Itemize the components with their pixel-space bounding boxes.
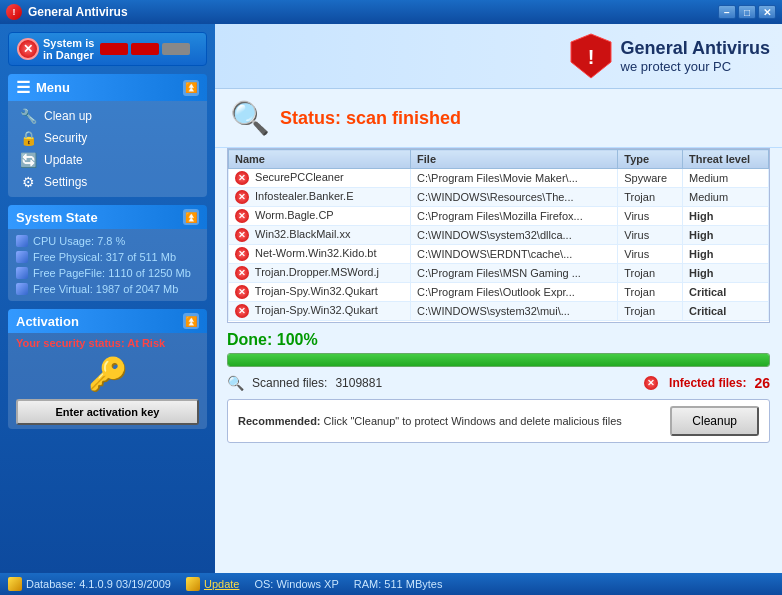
- footer-update[interactable]: Update: [186, 577, 239, 591]
- activation-body: Your security status: At Risk 🔑 Enter ac…: [8, 333, 207, 429]
- menu-label: Menu: [36, 80, 70, 95]
- key-icon: 🔑: [16, 355, 199, 393]
- content-area: ! General Antivirus we protect your PC 🔍…: [215, 24, 782, 573]
- cell-file: C:\WINDOWS\ERDNT\cache\...: [411, 245, 618, 264]
- cell-type: Trojan: [618, 188, 683, 207]
- table-row: ✕ Trojan-Spy.Win32.QukartC:\Program File…: [229, 283, 769, 302]
- cell-name: ✕ Trojan.Dropper.MSWord.j: [229, 264, 411, 283]
- minimize-button[interactable]: −: [718, 5, 736, 19]
- row-x-icon: ✕: [235, 190, 249, 204]
- cell-threat: High: [682, 226, 768, 245]
- sidebar: ✕ System is in Danger ☰ Menu ⏫ 🔧 Clean u…: [0, 24, 215, 573]
- infected-x-icon: ✕: [644, 376, 658, 390]
- danger-bar-2: [131, 43, 159, 55]
- free-virtual-row: Free Virtual: 1987 of 2047 Mb: [16, 281, 199, 297]
- activation-collapse-button[interactable]: ⏫: [183, 313, 199, 329]
- cell-name: ✕ Trojan-Spy.Win32.Qukart: [229, 283, 411, 302]
- cell-type: Virus: [618, 207, 683, 226]
- cell-threat: High: [682, 245, 768, 264]
- free-pagefile-row: Free PageFile: 1110 of 1250 Mb: [16, 265, 199, 281]
- col-name: Name: [229, 150, 411, 169]
- menu-item-update[interactable]: 🔄 Update: [16, 149, 199, 171]
- status-text: Status: scan finished: [280, 108, 461, 129]
- table-row: ✕ Net-Worm.Win32.Kido.btC:\WINDOWS\ERDNT…: [229, 245, 769, 264]
- col-file: File: [411, 150, 618, 169]
- cell-name: ✕ Worm.Bagle.CP: [229, 207, 411, 226]
- maximize-button[interactable]: □: [738, 5, 756, 19]
- cell-type: Virus: [618, 226, 683, 245]
- update-icon: 🔄: [18, 152, 38, 168]
- free-physical-label: Free Physical: 317 of 511 Mb: [33, 251, 176, 263]
- menu-item-security[interactable]: 🔒 Security: [16, 127, 199, 149]
- done-section: Done: 100%: [215, 323, 782, 371]
- svg-text:!: !: [587, 46, 594, 68]
- activation-header: Activation ⏫: [8, 309, 207, 333]
- settings-icon: ⚙: [18, 174, 38, 190]
- security-status-text: Your security status: At Risk: [16, 337, 199, 349]
- cell-name: ✕ SecurePCCleaner: [229, 169, 411, 188]
- scanned-files-row: 🔍 Scanned files: 3109881: [227, 375, 382, 391]
- menu-collapse-button[interactable]: ⏫: [183, 80, 199, 96]
- cell-name: ✕ Net-Worm.Win32.Kido.bt: [229, 245, 411, 264]
- scan-table-container[interactable]: Name File Type Threat level ✕ SecurePCCl…: [227, 148, 770, 323]
- danger-bar-3: [162, 43, 190, 55]
- table-row: ✕ Worm.Bagle.CPC:\Program Files\Mozilla …: [229, 207, 769, 226]
- infected-files-value: 26: [754, 375, 770, 391]
- system-state-label: System State: [16, 210, 98, 225]
- free-pagefile-label: Free PageFile: 1110 of 1250 Mb: [33, 267, 191, 279]
- footer-update-link[interactable]: Update: [204, 578, 239, 590]
- table-row: ✕ Infostealer.Banker.EC:\WINDOWS\Resourc…: [229, 188, 769, 207]
- footer: Database: 4.1.0.9 03/19/2009 Update OS: …: [0, 573, 782, 595]
- cpu-usage-row: CPU Usage: 7.8 %: [16, 233, 199, 249]
- recommended-prefix: Recommended:: [238, 415, 324, 427]
- row-x-icon: ✕: [235, 304, 249, 318]
- cleanup-icon: 🔧: [18, 108, 38, 124]
- row-x-icon: ✕: [235, 285, 249, 299]
- activation-button[interactable]: Enter activation key: [16, 399, 199, 425]
- menu-item-settings[interactable]: ⚙ Settings: [16, 171, 199, 193]
- table-row: ✕ Trojan-Spy.Win32.QukartC:\WINDOWS\syst…: [229, 302, 769, 321]
- system-state-collapse-button[interactable]: ⏫: [183, 209, 199, 225]
- database-text: Database: 4.1.0.9 03/19/2009: [26, 578, 171, 590]
- window-title: General Antivirus: [28, 5, 128, 19]
- danger-x-icon: ✕: [17, 38, 39, 60]
- cell-file: C:\WINDOWS\system32\mui\...: [411, 302, 618, 321]
- logo-shield-svg: !: [569, 32, 613, 80]
- free-physical-bullet: [16, 251, 28, 263]
- cell-name: ✕ Win32.BlackMail.xx: [229, 226, 411, 245]
- cell-threat: Critical: [682, 302, 768, 321]
- menu-body: 🔧 Clean up 🔒 Security 🔄 Update ⚙ Setting…: [8, 101, 207, 197]
- close-button[interactable]: ✕: [758, 5, 776, 19]
- security-icon: 🔒: [18, 130, 38, 146]
- cpu-usage-label: CPU Usage: 7.8 %: [33, 235, 125, 247]
- danger-banner: ✕ System is in Danger: [8, 32, 207, 66]
- content-header: ! General Antivirus we protect your PC: [215, 24, 782, 89]
- cell-threat: Critical: [682, 283, 768, 302]
- free-physical-row: Free Physical: 317 of 511 Mb: [16, 249, 199, 265]
- status-value: scan finished: [346, 108, 461, 128]
- table-row: ✕ Trojan.Dropper.MSWord.jC:\Program File…: [229, 264, 769, 283]
- recommended-detail: Click "Cleanup" to protect Windows and d…: [324, 415, 622, 427]
- status-area: 🔍 Status: scan finished: [215, 89, 782, 148]
- cleanup-button[interactable]: Cleanup: [670, 406, 759, 436]
- scan-table-body: ✕ SecurePCCleanerC:\Program Files\Movie …: [229, 169, 769, 321]
- menu-item-cleanup[interactable]: 🔧 Clean up: [16, 105, 199, 127]
- stats-row: 🔍 Scanned files: 3109881 ✕ Infected file…: [215, 371, 782, 395]
- progress-bar-fill: [228, 354, 769, 366]
- menu-header: ☰ Menu ⏫: [8, 74, 207, 101]
- footer-database: Database: 4.1.0.9 03/19/2009: [8, 577, 171, 591]
- row-x-icon: ✕: [235, 247, 249, 261]
- cell-file: C:\WINDOWS\Resources\The...: [411, 188, 618, 207]
- footer-os: OS: Windows XP: [254, 578, 338, 590]
- col-type: Type: [618, 150, 683, 169]
- cell-threat: Medium: [682, 169, 768, 188]
- danger-bar-1: [100, 43, 128, 55]
- database-icon: [8, 577, 22, 591]
- brand-tagline: we protect your PC: [621, 59, 732, 74]
- menu-item-settings-label: Settings: [44, 175, 87, 189]
- cell-threat: Medium: [682, 188, 768, 207]
- row-x-icon: ✕: [235, 266, 249, 280]
- menu-item-security-label: Security: [44, 131, 87, 145]
- activation-label: Activation: [16, 314, 79, 329]
- free-pagefile-bullet: [16, 267, 28, 279]
